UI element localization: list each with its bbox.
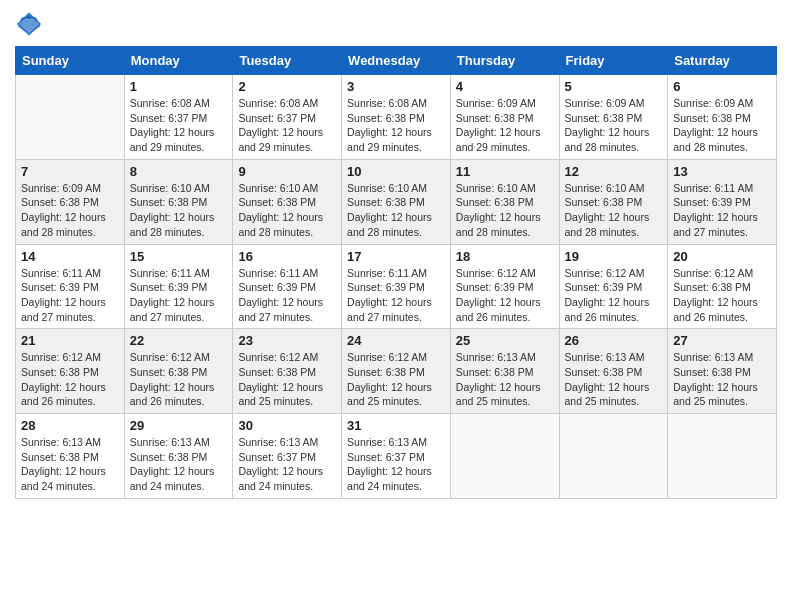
table-row: 18Sunrise: 6:12 AM Sunset: 6:39 PM Dayli…	[450, 244, 559, 329]
day-info: Sunrise: 6:11 AM Sunset: 6:39 PM Dayligh…	[21, 266, 119, 325]
table-row: 22Sunrise: 6:12 AM Sunset: 6:38 PM Dayli…	[124, 329, 233, 414]
table-row: 9Sunrise: 6:10 AM Sunset: 6:38 PM Daylig…	[233, 159, 342, 244]
day-number: 18	[456, 249, 554, 264]
day-number: 20	[673, 249, 771, 264]
calendar-header-row: Sunday Monday Tuesday Wednesday Thursday…	[16, 47, 777, 75]
col-wednesday: Wednesday	[342, 47, 451, 75]
day-info: Sunrise: 6:12 AM Sunset: 6:39 PM Dayligh…	[565, 266, 663, 325]
table-row: 17Sunrise: 6:11 AM Sunset: 6:39 PM Dayli…	[342, 244, 451, 329]
col-friday: Friday	[559, 47, 668, 75]
table-row: 10Sunrise: 6:10 AM Sunset: 6:38 PM Dayli…	[342, 159, 451, 244]
table-row: 11Sunrise: 6:10 AM Sunset: 6:38 PM Dayli…	[450, 159, 559, 244]
day-info: Sunrise: 6:12 AM Sunset: 6:38 PM Dayligh…	[238, 350, 336, 409]
day-number: 2	[238, 79, 336, 94]
day-number: 14	[21, 249, 119, 264]
day-info: Sunrise: 6:13 AM Sunset: 6:38 PM Dayligh…	[565, 350, 663, 409]
day-info: Sunrise: 6:10 AM Sunset: 6:38 PM Dayligh…	[130, 181, 228, 240]
calendar-week-1: 1Sunrise: 6:08 AM Sunset: 6:37 PM Daylig…	[16, 75, 777, 160]
day-info: Sunrise: 6:13 AM Sunset: 6:38 PM Dayligh…	[456, 350, 554, 409]
day-info: Sunrise: 6:09 AM Sunset: 6:38 PM Dayligh…	[673, 96, 771, 155]
day-info: Sunrise: 6:08 AM Sunset: 6:37 PM Dayligh…	[238, 96, 336, 155]
table-row: 16Sunrise: 6:11 AM Sunset: 6:39 PM Dayli…	[233, 244, 342, 329]
table-row	[668, 414, 777, 499]
day-info: Sunrise: 6:09 AM Sunset: 6:38 PM Dayligh…	[565, 96, 663, 155]
day-number: 6	[673, 79, 771, 94]
svg-point-3	[27, 15, 31, 19]
table-row: 7Sunrise: 6:09 AM Sunset: 6:38 PM Daylig…	[16, 159, 125, 244]
table-row: 4Sunrise: 6:09 AM Sunset: 6:38 PM Daylig…	[450, 75, 559, 160]
table-row: 5Sunrise: 6:09 AM Sunset: 6:38 PM Daylig…	[559, 75, 668, 160]
day-info: Sunrise: 6:09 AM Sunset: 6:38 PM Dayligh…	[21, 181, 119, 240]
day-info: Sunrise: 6:09 AM Sunset: 6:38 PM Dayligh…	[456, 96, 554, 155]
table-row: 19Sunrise: 6:12 AM Sunset: 6:39 PM Dayli…	[559, 244, 668, 329]
day-number: 10	[347, 164, 445, 179]
day-info: Sunrise: 6:10 AM Sunset: 6:38 PM Dayligh…	[347, 181, 445, 240]
day-number: 7	[21, 164, 119, 179]
calendar-table: Sunday Monday Tuesday Wednesday Thursday…	[15, 46, 777, 499]
day-info: Sunrise: 6:12 AM Sunset: 6:38 PM Dayligh…	[673, 266, 771, 325]
table-row	[16, 75, 125, 160]
page: Sunday Monday Tuesday Wednesday Thursday…	[0, 0, 792, 514]
day-info: Sunrise: 6:13 AM Sunset: 6:38 PM Dayligh…	[21, 435, 119, 494]
day-info: Sunrise: 6:13 AM Sunset: 6:37 PM Dayligh…	[238, 435, 336, 494]
day-number: 12	[565, 164, 663, 179]
table-row: 26Sunrise: 6:13 AM Sunset: 6:38 PM Dayli…	[559, 329, 668, 414]
day-info: Sunrise: 6:13 AM Sunset: 6:38 PM Dayligh…	[673, 350, 771, 409]
table-row: 23Sunrise: 6:12 AM Sunset: 6:38 PM Dayli…	[233, 329, 342, 414]
table-row: 21Sunrise: 6:12 AM Sunset: 6:38 PM Dayli…	[16, 329, 125, 414]
day-info: Sunrise: 6:12 AM Sunset: 6:38 PM Dayligh…	[130, 350, 228, 409]
day-info: Sunrise: 6:10 AM Sunset: 6:38 PM Dayligh…	[565, 181, 663, 240]
col-monday: Monday	[124, 47, 233, 75]
day-number: 1	[130, 79, 228, 94]
table-row: 12Sunrise: 6:10 AM Sunset: 6:38 PM Dayli…	[559, 159, 668, 244]
col-thursday: Thursday	[450, 47, 559, 75]
day-number: 28	[21, 418, 119, 433]
day-number: 13	[673, 164, 771, 179]
calendar-week-2: 7Sunrise: 6:09 AM Sunset: 6:38 PM Daylig…	[16, 159, 777, 244]
table-row: 27Sunrise: 6:13 AM Sunset: 6:38 PM Dayli…	[668, 329, 777, 414]
table-row: 3Sunrise: 6:08 AM Sunset: 6:38 PM Daylig…	[342, 75, 451, 160]
day-info: Sunrise: 6:11 AM Sunset: 6:39 PM Dayligh…	[130, 266, 228, 325]
table-row: 14Sunrise: 6:11 AM Sunset: 6:39 PM Dayli…	[16, 244, 125, 329]
day-number: 9	[238, 164, 336, 179]
day-number: 26	[565, 333, 663, 348]
day-number: 17	[347, 249, 445, 264]
table-row: 15Sunrise: 6:11 AM Sunset: 6:39 PM Dayli…	[124, 244, 233, 329]
table-row: 30Sunrise: 6:13 AM Sunset: 6:37 PM Dayli…	[233, 414, 342, 499]
table-row: 29Sunrise: 6:13 AM Sunset: 6:38 PM Dayli…	[124, 414, 233, 499]
day-number: 11	[456, 164, 554, 179]
table-row: 28Sunrise: 6:13 AM Sunset: 6:38 PM Dayli…	[16, 414, 125, 499]
day-info: Sunrise: 6:08 AM Sunset: 6:38 PM Dayligh…	[347, 96, 445, 155]
calendar-week-4: 21Sunrise: 6:12 AM Sunset: 6:38 PM Dayli…	[16, 329, 777, 414]
table-row: 2Sunrise: 6:08 AM Sunset: 6:37 PM Daylig…	[233, 75, 342, 160]
day-number: 31	[347, 418, 445, 433]
day-number: 30	[238, 418, 336, 433]
day-info: Sunrise: 6:12 AM Sunset: 6:38 PM Dayligh…	[347, 350, 445, 409]
day-number: 29	[130, 418, 228, 433]
day-info: Sunrise: 6:13 AM Sunset: 6:38 PM Dayligh…	[130, 435, 228, 494]
logo	[15, 10, 47, 38]
day-info: Sunrise: 6:13 AM Sunset: 6:37 PM Dayligh…	[347, 435, 445, 494]
day-number: 25	[456, 333, 554, 348]
day-number: 27	[673, 333, 771, 348]
day-number: 22	[130, 333, 228, 348]
table-row: 8Sunrise: 6:10 AM Sunset: 6:38 PM Daylig…	[124, 159, 233, 244]
table-row: 1Sunrise: 6:08 AM Sunset: 6:37 PM Daylig…	[124, 75, 233, 160]
table-row: 20Sunrise: 6:12 AM Sunset: 6:38 PM Dayli…	[668, 244, 777, 329]
header	[15, 10, 777, 38]
day-number: 15	[130, 249, 228, 264]
table-row: 24Sunrise: 6:12 AM Sunset: 6:38 PM Dayli…	[342, 329, 451, 414]
logo-icon	[15, 10, 43, 38]
day-number: 16	[238, 249, 336, 264]
col-saturday: Saturday	[668, 47, 777, 75]
day-number: 8	[130, 164, 228, 179]
day-info: Sunrise: 6:10 AM Sunset: 6:38 PM Dayligh…	[238, 181, 336, 240]
day-info: Sunrise: 6:08 AM Sunset: 6:37 PM Dayligh…	[130, 96, 228, 155]
calendar-week-3: 14Sunrise: 6:11 AM Sunset: 6:39 PM Dayli…	[16, 244, 777, 329]
table-row: 6Sunrise: 6:09 AM Sunset: 6:38 PM Daylig…	[668, 75, 777, 160]
col-sunday: Sunday	[16, 47, 125, 75]
day-info: Sunrise: 6:11 AM Sunset: 6:39 PM Dayligh…	[347, 266, 445, 325]
calendar-week-5: 28Sunrise: 6:13 AM Sunset: 6:38 PM Dayli…	[16, 414, 777, 499]
day-number: 19	[565, 249, 663, 264]
day-number: 3	[347, 79, 445, 94]
